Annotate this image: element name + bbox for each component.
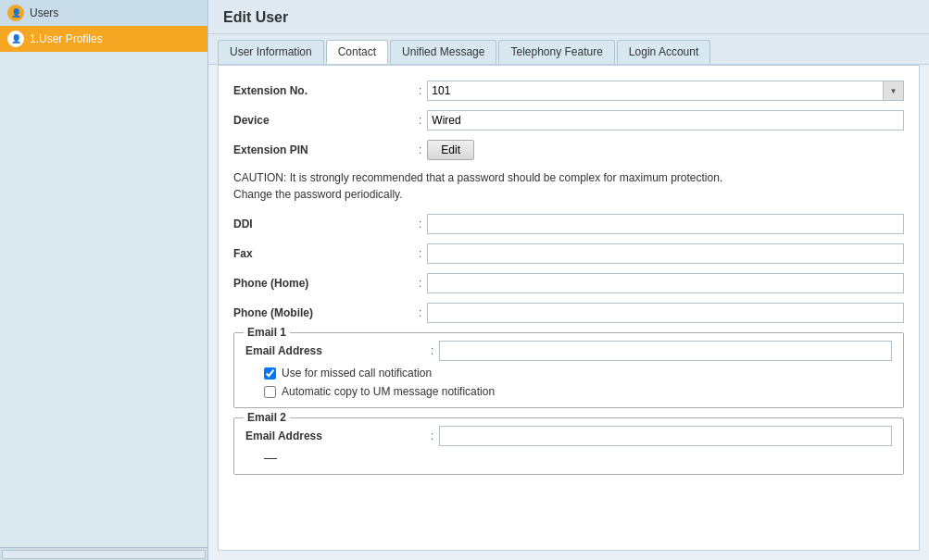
page-header: Edit User (208, 0, 929, 34)
email2-dash: — (264, 450, 892, 465)
user-profiles-icon: 👤 (7, 31, 24, 47)
tab-contact[interactable]: Contact (326, 40, 388, 64)
main-content: Edit User User Information Contact Unifi… (208, 0, 929, 560)
device-input[interactable] (427, 110, 904, 131)
edit-pin-button[interactable]: Edit (427, 140, 474, 160)
extension-pin-row: Extension PIN : Edit (233, 140, 904, 160)
tab-telephony-feature[interactable]: Telephony Feature (498, 40, 614, 64)
extension-no-field-area: 101 (427, 81, 904, 101)
extension-no-dropdown-btn[interactable] (884, 81, 904, 101)
caution-line2: Change the password periodically. (233, 186, 904, 203)
tab-login-account[interactable]: Login Account (617, 40, 710, 64)
email1-group-title: Email 1 (244, 326, 290, 339)
email1-missed-call-row: Use for missed call notification (264, 367, 892, 380)
email1-address-row: Email Address : (245, 341, 892, 361)
tabs-bar: User Information Contact Unified Message… (208, 34, 929, 65)
extension-no-select[interactable]: 101 (427, 81, 884, 101)
caution-line1: CAUTION: It is strongly recommended that… (233, 169, 904, 186)
email2-address-row: Email Address : (245, 426, 892, 446)
extension-pin-field-area: Edit (427, 140, 904, 160)
fax-label: Fax (233, 247, 419, 260)
email2-address-label: Email Address (245, 429, 431, 442)
extension-no-select-wrapper: 101 (427, 81, 904, 101)
ddi-row: DDI : (233, 214, 904, 234)
page-title: Edit User (223, 9, 914, 26)
extension-no-row: Extension No. : 101 (233, 81, 904, 101)
phone-home-label: Phone (Home) (233, 277, 419, 290)
tab-unified-message[interactable]: Unified Message (390, 40, 496, 64)
phone-mobile-label: Phone (Mobile) (233, 306, 419, 319)
email1-group: Email 1 Email Address : Use for missed c… (233, 332, 904, 408)
auto-copy-label[interactable]: Automatic copy to UM message notificatio… (282, 385, 495, 398)
missed-call-checkbox[interactable] (264, 367, 276, 380)
extension-pin-label: Extension PIN (233, 143, 419, 156)
email2-group-title: Email 2 (244, 411, 290, 424)
ddi-input[interactable] (427, 214, 904, 234)
auto-copy-checkbox[interactable] (264, 386, 276, 398)
device-row: Device : (233, 110, 904, 131)
sidebar: 👤 Users 👤 1.User Profiles (0, 0, 208, 560)
users-icon: 👤 (7, 5, 24, 21)
phone-home-input[interactable] (427, 273, 904, 293)
device-label: Device (233, 114, 419, 127)
sidebar-item-user-profiles-label: 1.User Profiles (30, 32, 103, 45)
sidebar-horizontal-scrollbar[interactable] (0, 547, 207, 560)
phone-home-row: Phone (Home) : (233, 273, 904, 293)
missed-call-label[interactable]: Use for missed call notification (282, 367, 432, 380)
email1-address-label: Email Address (245, 344, 431, 357)
sidebar-item-user-profiles[interactable]: 👤 1.User Profiles (0, 26, 207, 52)
fax-row: Fax : (233, 243, 904, 264)
extension-no-label: Extension No. (233, 84, 419, 97)
phone-mobile-input[interactable] (427, 303, 904, 323)
caution-text: CAUTION: It is strongly recommended that… (233, 169, 904, 203)
ddi-label: DDI (233, 218, 419, 230)
sidebar-item-users-label: Users (30, 6, 58, 19)
email2-address-input[interactable] (439, 426, 892, 446)
email1-auto-copy-row: Automatic copy to UM message notificatio… (264, 385, 892, 398)
fax-input[interactable] (427, 243, 904, 264)
device-field-area (427, 110, 904, 131)
sidebar-scroll[interactable]: 👤 Users 👤 1.User Profiles (0, 0, 207, 547)
form-area: Extension No. : 101 Device : Extension P… (218, 65, 920, 551)
tab-user-information[interactable]: User Information (218, 40, 324, 64)
email1-address-input[interactable] (439, 341, 892, 361)
email2-group: Email 2 Email Address : — (233, 417, 904, 475)
sidebar-item-users[interactable]: 👤 Users (0, 0, 207, 26)
phone-mobile-row: Phone (Mobile) : (233, 303, 904, 323)
